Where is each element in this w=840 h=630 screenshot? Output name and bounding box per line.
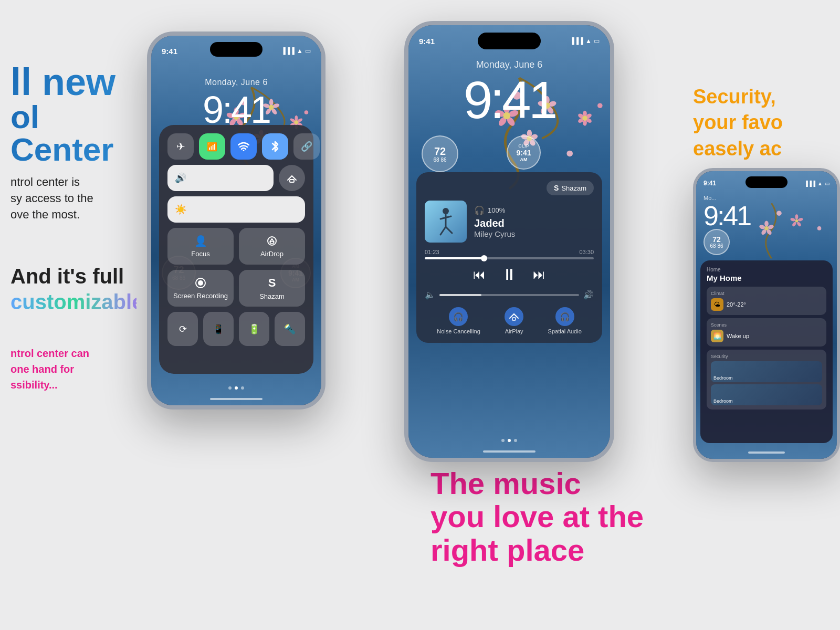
security-label: Security	[711, 354, 822, 359]
scenes-section[interactable]: Scenes 🌅 Wake up	[707, 318, 826, 346]
clip-am-2: AM	[520, 157, 528, 162]
bottom-description: ntrol center can one hand for ssibility.…	[10, 330, 136, 393]
low-power-button[interactable]: 🔋	[239, 312, 269, 346]
link-button[interactable]: 🔗	[293, 133, 320, 160]
phone2-temp-range: 68 86	[433, 158, 446, 163]
phone2-frame: 9:41 ▐▐▐ ▲ ▭ Monday, June 6 9:41 72 68 8…	[404, 21, 614, 462]
phone3-dynamic-island	[746, 176, 788, 188]
bluetooth-button[interactable]	[262, 133, 288, 160]
left-text-section: ll new ol Center ntrol center is sy acce…	[0, 52, 147, 403]
dot2	[508, 439, 511, 442]
noise-cancelling-option[interactable]: 🎧 Noise Cancelling	[437, 307, 480, 334]
cc-row-volume: 🔊	[167, 165, 305, 191]
pause-button[interactable]: ⏸	[501, 266, 517, 284]
progress-bar[interactable]: 01:23 03:30	[425, 249, 594, 259]
music-line3: right place	[430, 533, 651, 567]
volume-control[interactable]: 🔊	[167, 165, 274, 191]
airdrop-icon	[266, 235, 278, 247]
customizable-text: customizable...	[10, 290, 136, 314]
cellular-icon: 📶	[207, 142, 217, 152]
phone2-temp-widget: 72 68 86	[422, 135, 458, 172]
phone1-home-bar	[210, 398, 262, 400]
phone2-container: 9:41 ▐▐▐ ▲ ▭ Monday, June 6 9:41 72 68 8…	[404, 21, 614, 462]
phone3-status-time: 9:41	[704, 180, 716, 187]
airplane-mode-button[interactable]: ✈	[167, 133, 194, 160]
airplay-button[interactable]	[279, 165, 305, 191]
wifi-icon	[238, 142, 249, 151]
music-subtitle: you love at the	[430, 500, 651, 533]
shazam-badge[interactable]: S Shazam	[547, 181, 594, 195]
spatial-audio-option[interactable]: 🎧 Spatial Audio	[548, 307, 582, 334]
lock-rotation-button[interactable]: ⟳	[167, 312, 198, 346]
dot3	[241, 386, 244, 390]
wifi-icon: ▲	[585, 37, 592, 45]
home-title-label: My Home	[707, 274, 826, 282]
audio-options: 🎧 Noise Cancelling AirPlay 🎧 Spatial Aud…	[425, 307, 594, 334]
security-section[interactable]: Security Bedroom Bedroom	[707, 350, 826, 410]
phone3-container: 9:41 ▐▐▐ ▲ ▭ Mo... 9:41 72 68 86 Home My…	[693, 168, 840, 462]
noise-cancelling-label: Noise Cancelling	[437, 328, 480, 334]
forward-button[interactable]: ⏭	[533, 267, 545, 282]
brightness-control[interactable]: ☀️	[167, 196, 305, 223]
volume-high-icon: 🔊	[583, 290, 594, 300]
link-icon: 🔗	[301, 141, 312, 152]
remote-button[interactable]: 📱	[203, 312, 234, 346]
flashlight-button[interactable]: 🔦	[275, 312, 305, 346]
security-text: Security, your favo easely ac	[693, 84, 830, 162]
wake-up-label: Wake up	[727, 333, 749, 339]
bedroom2-thumbnail: Bedroom	[711, 384, 822, 405]
volume-row: 🔈 🔊	[425, 290, 594, 300]
phone3-temp-widget: 72 68 86	[704, 229, 730, 255]
and-fully-text: And it's full	[10, 265, 136, 288]
airdrop-button[interactable]: AirDrop	[239, 228, 305, 265]
rewind-button[interactable]: ⏮	[473, 267, 486, 282]
signal-icon: ▐▐▐	[804, 181, 815, 186]
phone2-clip-widget: CLIP 9:41 AM	[507, 135, 541, 170]
wake-up-icon: 🌅	[711, 330, 723, 342]
airplay-icon	[287, 173, 297, 183]
cc-row-connectivity: ✈ 📶	[167, 133, 305, 160]
music-player-card: S Shazam	[416, 172, 602, 343]
phone2-page-dots	[408, 439, 610, 442]
cc-row-focus-airdrop: 👤 Focus AirDrop	[167, 228, 305, 265]
flashlight-icon: 🔦	[284, 323, 296, 335]
phone2-status-icons: ▐▐▐ ▲ ▭	[570, 37, 600, 45]
progress-track[interactable]	[425, 257, 594, 259]
shazam-button[interactable]: S Shazam	[239, 270, 305, 307]
volume-track[interactable]	[439, 294, 579, 296]
phone3-frame: 9:41 ▐▐▐ ▲ ▭ Mo... 9:41 72 68 86 Home My…	[693, 168, 840, 462]
battery-icon: 🔋	[248, 323, 260, 335]
shazam-label: Shazam	[259, 292, 285, 300]
phone3-status-icons: ▐▐▐ ▲ ▭	[804, 181, 830, 186]
airdrop-label: AirDrop	[260, 250, 284, 258]
bedroom1-thumbnail: Bedroom	[711, 361, 822, 382]
svg-point-61	[566, 151, 573, 157]
phone2-time: 9:41	[408, 70, 610, 130]
airplay-audio-option[interactable]: AirPlay	[505, 307, 523, 334]
cellular-button[interactable]: 📶	[199, 133, 225, 160]
clip-time-2: 9:41	[516, 149, 531, 157]
focus-button[interactable]: 👤 Focus	[167, 228, 234, 265]
wifi-icon: ▲	[817, 181, 823, 186]
shazam-s-icon: S	[554, 184, 559, 192]
phone1-container: 9:41 ▐▐▐ ▲ ▭ Monday, June 6 9:41 72 68 8…	[147, 32, 326, 410]
headline-control-center: ol Center	[10, 101, 136, 166]
playback-controls: ⏮ ⏸ ⏭	[425, 266, 594, 284]
wifi-icon: ▲	[297, 47, 303, 55]
climate-section-title: Climat	[711, 291, 822, 296]
climate-item: 🌤 20°-22°	[711, 298, 822, 311]
phone1-status-icons: ▐▐▐ ▲ ▭	[281, 47, 311, 55]
battery-icon: ▭	[305, 47, 311, 55]
album-art	[425, 201, 467, 243]
climate-section[interactable]: Climat 🌤 20°-22°	[707, 287, 826, 315]
phone3-range: 68 86	[710, 244, 723, 249]
climate-icon: 🌤	[711, 298, 723, 311]
progress-scrubber[interactable]	[481, 255, 487, 261]
wifi-button[interactable]	[230, 133, 257, 160]
signal-icon: ▐▐▐	[281, 47, 295, 55]
battery-icon: ▭	[825, 181, 830, 186]
screen-recording-button[interactable]: Screen Recording	[167, 270, 234, 307]
phone3-widget: 72 68 86	[704, 229, 730, 255]
music-info: 🎧 100% Jaded Miley Cyrus	[474, 201, 594, 243]
headline-new: ll new	[10, 63, 136, 101]
